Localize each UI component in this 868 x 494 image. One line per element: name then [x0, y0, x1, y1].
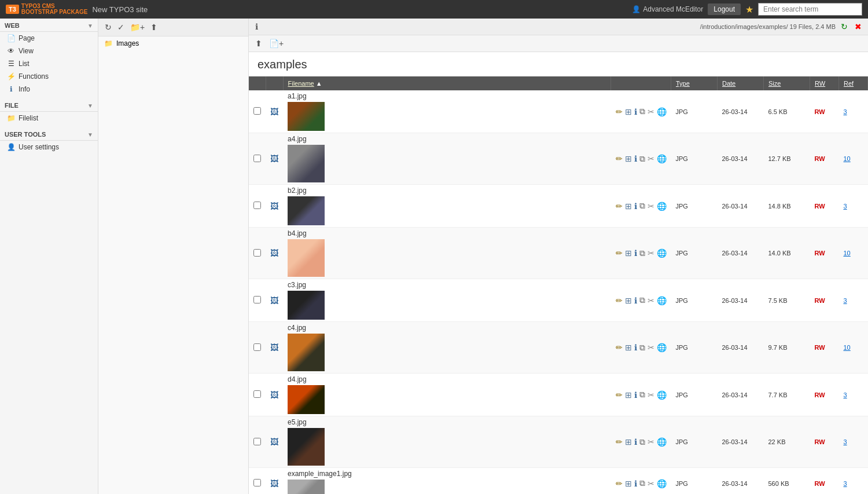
ref-link[interactable]: 10 — [844, 344, 851, 351]
copy-icon[interactable]: ⧉ — [639, 154, 645, 164]
meta-icon[interactable]: ⊞ — [625, 107, 632, 116]
file-info-icon[interactable]: ℹ — [634, 154, 637, 163]
copy-icon[interactable]: ⧉ — [639, 295, 645, 305]
edit-icon[interactable]: ✏ — [616, 248, 623, 258]
web-icon[interactable]: 🌐 — [657, 202, 667, 211]
file-info-icon[interactable]: ℹ — [634, 202, 637, 211]
copy-icon[interactable]: ⧉ — [639, 390, 645, 400]
upload-button[interactable]: ⬆ — [149, 21, 159, 33]
refresh-button[interactable]: ↻ — [103, 21, 113, 33]
sync-button[interactable]: ↻ — [839, 21, 849, 32]
sort-filename[interactable]: Filename — [288, 80, 314, 87]
row-checkbox[interactable] — [253, 202, 261, 209]
edit-icon[interactable]: ✏ — [616, 343, 623, 352]
logout-button[interactable]: Logout — [708, 3, 741, 15]
ref-link[interactable]: 3 — [844, 438, 847, 445]
upload-files-button[interactable]: ⬆ — [253, 38, 264, 49]
edit-icon[interactable]: ✏ — [616, 437, 623, 447]
file-name-link[interactable]: d4.jpg — [288, 375, 307, 383]
meta-icon[interactable]: ⊞ — [625, 248, 632, 258]
sidebar-item-info[interactable]: ℹ Info — [0, 83, 98, 96]
file-name-link[interactable]: b4.jpg — [288, 229, 307, 237]
edit-icon[interactable]: ✏ — [616, 479, 623, 488]
copy-icon[interactable]: ⧉ — [639, 248, 645, 258]
cut-icon[interactable]: ✂ — [648, 202, 654, 211]
new-folder-button[interactable]: 📁+ — [128, 21, 146, 33]
cut-icon[interactable]: ✂ — [648, 343, 654, 352]
web-icon[interactable]: 🌐 — [657, 390, 667, 400]
tree-item-images[interactable]: 📁 Images — [98, 36, 248, 50]
row-checkbox[interactable] — [253, 438, 261, 445]
web-icon[interactable]: 🌐 — [657, 437, 667, 447]
sort-rw[interactable]: RW — [815, 80, 825, 87]
file-info-icon[interactable]: ℹ — [634, 479, 637, 488]
web-icon[interactable]: 🌐 — [657, 479, 667, 488]
row-checkbox[interactable] — [253, 390, 261, 398]
file-name-link[interactable]: a4.jpg — [288, 135, 307, 143]
web-icon[interactable]: 🌐 — [657, 248, 667, 258]
cut-icon[interactable]: ✂ — [648, 107, 654, 116]
meta-icon[interactable]: ⊞ — [625, 390, 632, 400]
close-button[interactable]: ✖ — [853, 21, 863, 32]
file-name-link[interactable]: b2.jpg — [288, 186, 307, 195]
file-info-icon[interactable]: ℹ — [634, 296, 637, 305]
copy-icon[interactable]: ⧉ — [639, 478, 645, 488]
row-checkbox[interactable] — [253, 249, 261, 257]
cut-icon[interactable]: ✂ — [648, 248, 654, 258]
meta-icon[interactable]: ⊞ — [625, 296, 632, 305]
sidebar-item-functions[interactable]: ⚡ Functions — [0, 70, 98, 83]
cut-icon[interactable]: ✂ — [648, 154, 654, 163]
meta-icon[interactable]: ⊞ — [625, 202, 632, 211]
sidebar-item-page[interactable]: 📄 Page — [0, 32, 98, 45]
sidebar-item-view[interactable]: 👁 View — [0, 45, 98, 57]
meta-icon[interactable]: ⊞ — [625, 154, 632, 163]
ref-link[interactable]: 3 — [844, 108, 847, 115]
file-name-link[interactable]: c3.jpg — [288, 281, 306, 289]
row-checkbox[interactable] — [253, 343, 261, 351]
file-name-link[interactable]: e5.jpg — [288, 418, 307, 426]
edit-icon[interactable]: ✏ — [616, 390, 623, 400]
web-icon[interactable]: 🌐 — [657, 154, 667, 163]
sidebar-file-arrow[interactable]: ▼ — [87, 103, 93, 109]
meta-icon[interactable]: ⊞ — [625, 437, 632, 447]
th-type[interactable]: Type — [671, 76, 718, 90]
file-name-link[interactable]: c4.jpg — [288, 324, 306, 332]
cut-icon[interactable]: ✂ — [648, 479, 654, 488]
sidebar-item-filelist[interactable]: 📁 Filelist — [0, 112, 98, 125]
new-file-button[interactable]: 📄+ — [267, 38, 285, 49]
meta-icon[interactable]: ⊞ — [625, 343, 632, 352]
row-checkbox[interactable] — [253, 107, 261, 115]
edit-icon[interactable]: ✏ — [616, 154, 623, 163]
file-info-icon[interactable]: ℹ — [634, 248, 637, 258]
ref-link[interactable]: 3 — [844, 297, 847, 304]
copy-icon[interactable]: ⧉ — [639, 107, 645, 116]
sidebar-web-arrow[interactable]: ▼ — [87, 23, 93, 29]
cut-icon[interactable]: ✂ — [648, 437, 654, 447]
sort-date[interactable]: Date — [722, 80, 735, 87]
file-name-link[interactable]: a1.jpg — [288, 92, 307, 100]
file-info-icon[interactable]: ℹ — [634, 437, 637, 447]
ref-link[interactable]: 3 — [844, 203, 847, 210]
info-circle-button[interactable]: ℹ — [253, 21, 260, 32]
star-icon[interactable]: ★ — [745, 4, 753, 15]
sort-type[interactable]: Type — [676, 80, 690, 87]
web-icon[interactable]: 🌐 — [657, 107, 667, 116]
row-checkbox[interactable] — [253, 296, 261, 303]
sidebar-item-list[interactable]: ☰ List — [0, 57, 98, 70]
copy-icon[interactable]: ⧉ — [639, 437, 645, 447]
web-icon[interactable]: 🌐 — [657, 296, 667, 305]
row-checkbox[interactable] — [253, 155, 261, 162]
edit-icon[interactable]: ✏ — [616, 107, 623, 116]
copy-icon[interactable]: ⧉ — [639, 201, 645, 211]
check-button[interactable]: ✓ — [116, 21, 126, 33]
edit-icon[interactable]: ✏ — [616, 296, 623, 305]
sidebar-item-user-settings[interactable]: 👤 User settings — [0, 141, 98, 153]
meta-icon[interactable]: ⊞ — [625, 479, 632, 488]
search-input[interactable] — [758, 3, 862, 16]
ref-link[interactable]: 3 — [844, 391, 847, 398]
sidebar-user-arrow[interactable]: ▼ — [87, 131, 93, 138]
ref-link[interactable]: 3 — [844, 480, 847, 487]
file-info-icon[interactable]: ℹ — [634, 107, 637, 116]
cut-icon[interactable]: ✂ — [648, 296, 654, 305]
edit-icon[interactable]: ✏ — [616, 202, 623, 211]
